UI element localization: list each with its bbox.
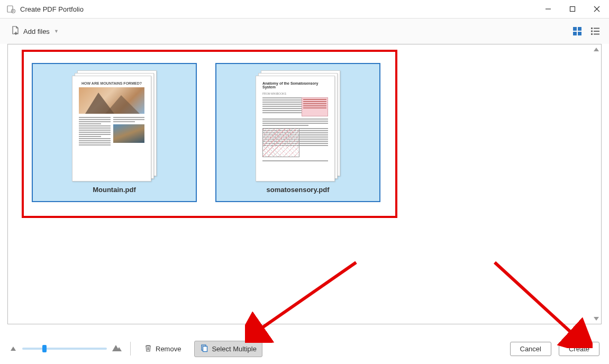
- remove-button[interactable]: Remove: [138, 341, 187, 357]
- scroll-up-icon[interactable]: [594, 48, 599, 51]
- svg-marker-18: [11, 347, 16, 351]
- close-button[interactable]: [585, 0, 609, 18]
- preview-heading: Anatomy of the Somatosensory System: [262, 81, 328, 89]
- portfolio-icon: [6, 4, 16, 14]
- svg-rect-14: [591, 31, 593, 32]
- window-controls: [536, 0, 609, 18]
- trash-icon: [144, 344, 152, 354]
- footer-bar: Remove Select Multiple Cancel Create: [0, 333, 609, 364]
- add-files-button[interactable]: Add files ▼: [7, 23, 62, 39]
- copy-icon: [200, 344, 208, 354]
- dropdown-caret-icon: ▼: [54, 29, 59, 34]
- remove-label: Remove: [156, 345, 181, 353]
- svg-rect-17: [594, 34, 599, 35]
- select-multiple-button[interactable]: Select Multiple: [194, 341, 262, 357]
- file-name-label: somatosensory.pdf: [267, 186, 330, 194]
- zoom-slider[interactable]: [22, 348, 107, 350]
- scroll-down-icon[interactable]: [594, 317, 599, 321]
- minimize-button[interactable]: [536, 0, 560, 18]
- svg-rect-0: [7, 6, 13, 12]
- select-multiple-label: Select Multiple: [212, 345, 257, 353]
- svg-rect-9: [578, 27, 581, 31]
- svg-rect-3: [570, 7, 575, 12]
- zoom-in-icon[interactable]: [111, 343, 123, 354]
- divider: [130, 342, 131, 356]
- maximize-button[interactable]: [560, 0, 585, 18]
- toolbar: Add files ▼: [0, 19, 609, 44]
- zoom-control: [10, 343, 123, 354]
- file-name-label: Mountain.pdf: [93, 186, 136, 194]
- file-grid: HOW ARE MOUNTAINS FORMED? Mountain.pdf: [32, 63, 380, 202]
- document-thumbnail: HOW ARE MOUNTAINS FORMED?: [72, 70, 157, 181]
- add-files-label: Add files: [23, 28, 50, 35]
- add-file-icon: [11, 25, 20, 37]
- preview-heading: HOW ARE MOUNTAINS FORMED?: [79, 81, 144, 85]
- zoom-out-icon[interactable]: [10, 344, 18, 353]
- titlebar: Create PDF Portfolio: [0, 0, 609, 19]
- file-tile[interactable]: HOW ARE MOUNTAINS FORMED? Mountain.pdf: [32, 63, 197, 202]
- create-button[interactable]: Create: [559, 342, 599, 356]
- zoom-slider-thumb[interactable]: [42, 345, 47, 352]
- svg-rect-13: [594, 28, 599, 29]
- svg-rect-15: [594, 31, 599, 32]
- svg-rect-22: [203, 346, 207, 351]
- content-area: HOW ARE MOUNTAINS FORMED? Mountain.pdf: [7, 44, 602, 324]
- svg-rect-11: [578, 32, 581, 35]
- file-tile[interactable]: Anatomy of the Somatosensory System FROM…: [215, 63, 380, 202]
- cancel-button[interactable]: Cancel: [510, 342, 551, 356]
- grid-view-button[interactable]: [571, 25, 584, 38]
- view-toggle-group: [571, 25, 602, 38]
- list-view-button[interactable]: [589, 25, 602, 38]
- svg-rect-8: [573, 27, 577, 31]
- window-title: Create PDF Portfolio: [20, 5, 536, 13]
- document-thumbnail: Anatomy of the Somatosensory System FROM…: [256, 70, 340, 181]
- svg-rect-10: [573, 32, 577, 35]
- svg-rect-16: [591, 33, 593, 35]
- svg-rect-12: [591, 28, 593, 29]
